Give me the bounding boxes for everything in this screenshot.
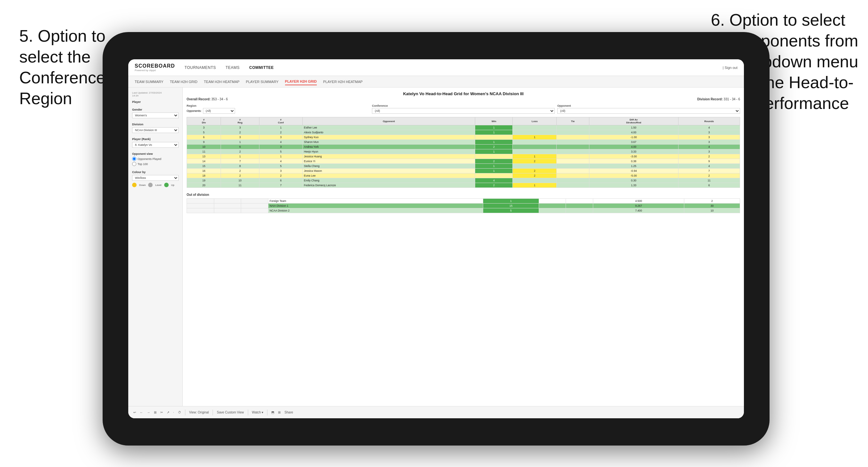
table-cell [513,149,557,154]
table-cell: Jessica Huang [302,154,475,159]
colour-dots: Down Level Up [132,183,179,187]
table-cell: 5 [187,130,221,135]
table-cell [475,135,513,140]
col-win: Win [475,117,513,125]
top-navigation: SCOREBOARD Powered by clippd TOURNAMENTS… [128,59,744,76]
sidebar-division-label: Division [132,123,179,126]
table-cell [513,125,557,130]
table-row: NCAA Division 257.40010 [187,208,740,213]
table-cell: 3 [221,125,259,130]
table-cell: 4.500 [593,199,684,204]
filter-conference-label: Conference [372,104,555,107]
table-cell [557,178,589,183]
sidebar-gender-select[interactable]: Women's [132,113,179,118]
nav-tournaments[interactable]: TOURNAMENTS [185,64,216,71]
table-cell: Euna Lee [302,174,475,178]
toolbar-share[interactable]: Share [284,411,293,414]
toolbar-cut[interactable]: ✂ [160,411,163,414]
table-cell: 20 [187,183,221,188]
toolbar-grid[interactable]: ⊞ [154,411,156,414]
sign-out[interactable]: | Sign out [723,66,738,69]
table-row: 331Esther Lee11.504 [187,125,740,130]
table-cell: 1.50 [589,125,678,130]
table-cell: 11 [678,178,740,183]
nav-items: TOURNAMENTS TEAMS COMMITTEE [185,64,723,71]
table-cell: Esther Lee [302,125,475,130]
table-cell: 14 [187,159,221,164]
nav-teams[interactable]: TEAMS [226,64,240,71]
table-cell: 2 [684,199,740,204]
sidebar-player-label: Player [132,100,179,103]
logo-area: SCOREBOARD Powered by clippd [135,63,175,72]
table-cell [566,204,593,208]
toolbar-grid2[interactable]: ⊞ [278,411,281,414]
toolbar-forward[interactable]: → [147,411,150,414]
toolbar-timer[interactable]: ⏱ [178,411,181,414]
tablet-screen: SCOREBOARD Powered by clippd TOURNAMENTS… [128,59,744,418]
table-cell [513,130,557,135]
sub-nav-team-h2h-grid[interactable]: TEAM H2H GRID [170,79,197,85]
table-cell: 2 [475,145,513,149]
records-row: Overall Record: 353 - 34 - 6 Division Re… [187,97,740,101]
toolbar-divider-1 [185,410,185,415]
sidebar-division-select[interactable]: NCAA Division III [132,127,179,133]
sidebar: Last Updated: 27/03/2024 14:34 Player Ge… [128,88,183,406]
table-cell [539,204,566,208]
table-cell: 5 [259,164,302,168]
sub-nav-player-summary[interactable]: PLAYER SUMMARY [246,79,279,85]
table-cell [513,164,557,168]
table-cell: Foreign Team [268,199,483,204]
nav-committee[interactable]: COMMITTEE [249,64,274,71]
table-cell: -0.94 [589,168,678,174]
sub-nav-team-summary[interactable]: TEAM SUMMARY [135,79,163,85]
filter-opponent: Opponent (All) [557,104,740,114]
sidebar-gender-label: Gender [132,108,179,111]
table-cell: 9.267 [593,204,684,208]
toolbar-share-link[interactable]: ↗ [167,411,169,414]
table-cell: 7 [259,183,302,188]
table-cell: 13 [187,154,221,159]
table-cell: 1 [513,183,557,188]
table-cell: 2 [513,174,557,178]
toolbar-back[interactable]: ← [140,411,143,414]
sidebar-colour-by-select[interactable]: Win/loss [132,175,179,181]
table-cell: Eunice Yi [302,159,475,164]
toolbar-view-original[interactable]: View: Original [189,411,209,414]
radio-opponents-played[interactable]: Opponents Played [132,157,179,161]
sub-nav-player-h2h-grid[interactable]: PLAYER H2H GRID [285,78,317,85]
table-cell: 1 [483,199,539,204]
sidebar-player-rank-select[interactable]: 8. Katelyn Vo [132,142,179,148]
table-cell: 3 [678,140,740,145]
toolbar-watch[interactable]: Watch ▾ [252,411,264,414]
sub-nav-player-h2h-heatmap[interactable]: PLAYER H2H HEATMAP [323,79,363,85]
opponent-select[interactable]: (All) [557,108,740,114]
table-cell [187,199,214,204]
table-cell: 19 [187,178,221,183]
table-cell [557,149,589,154]
table-cell: 3 [259,135,302,140]
conference-select[interactable]: (All) [372,108,555,114]
col-opponent: Opponent [302,117,475,125]
table-cell: 10 [221,178,259,183]
toolbar-save-custom-view[interactable]: Save Custom View [217,411,244,414]
table-cell: 16 [187,168,221,174]
sub-nav-team-h2h-heatmap[interactable]: TEAM H2H HEATMAP [204,79,240,85]
table-cell: 1 [259,154,302,159]
table-cell: 5 [483,208,539,213]
toolbar-undo[interactable]: ↩ [133,411,136,414]
division-record: Division Record: 331 - 34 - 6 [698,97,740,101]
table-cell: 2 [221,174,259,178]
table-row: 20117Federica Domecq Lacroze211.336 [187,183,740,188]
opponents-select[interactable]: (All) [203,108,235,114]
filter-region-label: Region [187,104,369,107]
radio-top-100[interactable]: Top 100 [132,162,179,166]
col-rounds: Rounds [678,117,740,125]
table-cell [513,145,557,149]
table-cell: Federica Domecq Lacroze [302,183,475,188]
table-cell [557,145,589,149]
table-cell [557,135,589,140]
dot-down-label: Down [139,184,146,187]
toolbar-layout[interactable]: ⬒ [271,411,274,414]
filter-row: Region Opponents: (All) Conference (All) [187,104,740,114]
table-row: 522Alexis Sudjianto14.003 [187,130,740,135]
